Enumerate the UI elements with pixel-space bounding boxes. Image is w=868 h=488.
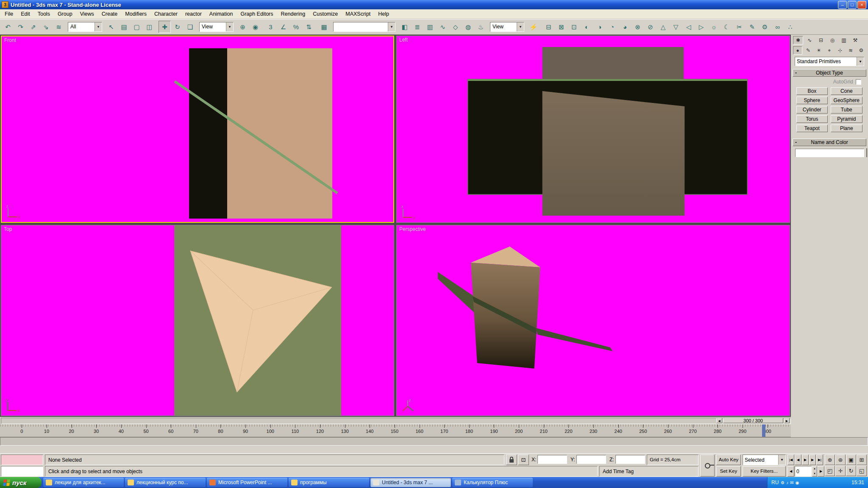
autogrid-checkbox[interactable] (856, 79, 861, 85)
cameras-category-icon[interactable]: ⌖ (825, 46, 834, 55)
pyramid-object-dark-face[interactable] (189, 48, 227, 219)
render-scene-icon[interactable]: ♨ (475, 21, 487, 33)
object-type-rollout-header[interactable]: - Object Type (793, 69, 866, 77)
display-tab-icon[interactable]: ▥ (839, 36, 849, 44)
object-type-button[interactable]: Plane (831, 125, 862, 132)
menu-item[interactable]: reactor (181, 10, 206, 18)
time-slider-handle[interactable]: 300 / 300 (723, 418, 783, 423)
object-type-button[interactable]: Teapot (796, 125, 828, 132)
zoom-extents-icon[interactable]: ▣ (846, 455, 856, 465)
select-and-link-icon[interactable]: ⇗ (27, 21, 39, 33)
start-button[interactable]: пуск (0, 477, 42, 488)
play-button[interactable]: ▶ (802, 455, 809, 465)
extra-tool-14-icon[interactable]: ☼ (708, 21, 720, 33)
zoom-extents-all-icon[interactable]: ⊞ (857, 455, 867, 465)
selection-filter-dropdown[interactable]: All ▼ (68, 22, 102, 32)
extra-tool-11-icon[interactable]: ▽ (670, 21, 682, 33)
bind-to-space-warp-icon[interactable]: ≋ (53, 21, 65, 33)
viewport-left[interactable]: Left z y (396, 36, 790, 223)
key-mode-dropdown[interactable]: Selected ▼ (743, 455, 786, 465)
helpers-category-icon[interactable]: ⊹ (835, 46, 845, 55)
systems-category-icon[interactable]: ⚙ (857, 46, 866, 55)
extra-tool-15-icon[interactable]: ☾ (721, 21, 733, 33)
taskbar-item[interactable]: Untitled - 3ds max 7 ... (370, 478, 451, 487)
auto-key-toggle[interactable]: Auto Key (716, 455, 741, 465)
menu-item[interactable]: Modifiers (121, 10, 150, 18)
object-type-button[interactable]: Torus (796, 115, 828, 123)
viewport-top[interactable]: Top y x (1, 225, 394, 416)
tray-mail-icon[interactable]: ✉ (790, 480, 793, 485)
tray-status-icon[interactable]: ◉ (796, 480, 799, 485)
extra-tool-17-icon[interactable]: ✎ (746, 21, 758, 33)
viewport-front[interactable]: Front z x (1, 36, 394, 223)
extra-tool-1-icon[interactable]: ⊟ (542, 21, 555, 33)
taskbar-item[interactable]: Калькулятор Плюс (452, 478, 533, 487)
shapes-category-icon[interactable]: ✎ (804, 46, 813, 55)
arc-rotate-icon[interactable]: ↻ (846, 466, 856, 476)
extra-tool-19-icon[interactable]: ∞ (771, 21, 784, 33)
hierarchy-tab-icon[interactable]: ⊟ (816, 36, 826, 44)
key-step-next-button[interactable]: ▶ (818, 466, 824, 477)
clock[interactable]: 15:31 (851, 480, 864, 485)
set-key-button[interactable]: Set Key (716, 466, 741, 477)
mirror-icon[interactable]: ◧ (398, 21, 411, 33)
name-and-color-rollout-header[interactable]: - Name and Color (793, 139, 866, 146)
current-frame-marker[interactable] (762, 424, 765, 437)
time-slider-track[interactable] (1, 418, 791, 424)
snap-toggle-icon[interactable]: 3 (264, 21, 277, 33)
absolute-offset-mode-toggle[interactable]: ⊡ (518, 455, 529, 465)
undo-icon[interactable]: ↶ (2, 21, 14, 33)
tray-volume-icon[interactable]: ♪ (786, 480, 788, 485)
extra-tool-3-icon[interactable]: ⊡ (568, 21, 580, 33)
zoom-icon[interactable]: ⊕ (825, 455, 835, 465)
maxscript-mini-listener-macro[interactable] (1, 455, 43, 465)
plane-object-right-wing[interactable] (536, 328, 613, 351)
object-name-input[interactable] (795, 149, 864, 157)
go-to-start-button[interactable]: |◀ (787, 455, 794, 465)
use-pivot-point-center-icon[interactable]: ⊕ (236, 21, 249, 33)
select-and-manipulate-icon[interactable]: ◉ (249, 21, 262, 33)
selection-lock-toggle[interactable] (506, 455, 517, 465)
object-type-button[interactable]: Tube (831, 106, 862, 114)
geometry-category-icon[interactable]: ● (793, 46, 802, 55)
create-tab-icon[interactable]: ✱ (793, 36, 803, 44)
maximize-viewport-toggle-icon[interactable]: ◱ (857, 466, 867, 476)
go-to-end-button[interactable]: ▶| (816, 455, 823, 465)
zoom-all-icon[interactable]: ⊛ (835, 455, 846, 465)
menu-item[interactable]: Help (374, 10, 393, 18)
layer-manager-icon[interactable]: ▥ (424, 21, 436, 33)
extra-tool-8-icon[interactable]: ⊗ (632, 21, 644, 33)
rectangular-selection-region-icon[interactable]: ▢ (131, 21, 143, 33)
pyramid-object-lit-face[interactable] (227, 48, 332, 219)
utilities-tab-icon[interactable]: ⚒ (850, 36, 860, 44)
select-and-move-icon[interactable]: ✚ (159, 21, 171, 33)
menu-item[interactable]: Rendering (277, 10, 309, 18)
menu-item[interactable]: MAXScript (342, 10, 374, 18)
primitives-category-dropdown[interactable]: Standard Primitives ▼ (795, 57, 864, 66)
extra-tool-16-icon[interactable]: ✂ (733, 21, 746, 33)
set-keys-button[interactable] (700, 455, 715, 477)
viewport-label[interactable]: Left (399, 37, 408, 43)
extra-tool-13-icon[interactable]: ▷ (695, 21, 707, 33)
language-indicator[interactable]: RU (771, 480, 779, 485)
unlink-selection-icon[interactable]: ⇘ (40, 21, 52, 33)
zoom-region-icon[interactable]: ◰ (825, 466, 835, 476)
pyramid-object-top[interactable] (542, 47, 684, 80)
minimize-button[interactable]: – (838, 1, 847, 9)
extra-tool-20-icon[interactable]: ∴ (784, 21, 796, 33)
select-by-name-icon[interactable]: ▤ (118, 21, 130, 33)
material-editor-icon[interactable]: ◍ (462, 21, 474, 33)
extra-tool-4-icon[interactable]: ◐ (581, 21, 593, 33)
menu-item[interactable]: Animation (206, 10, 237, 18)
maximize-button[interactable]: □ (848, 1, 857, 9)
next-frame-button[interactable]: ▶ (809, 455, 816, 465)
quick-render-icon[interactable]: ⚡ (527, 21, 540, 33)
taskbar-item[interactable]: Microsoft PowerPoint ... (207, 478, 287, 487)
z-coordinate-field[interactable] (615, 455, 645, 464)
menu-item[interactable]: Tools (34, 10, 54, 18)
track-bar[interactable] (0, 437, 868, 446)
motion-tab-icon[interactable]: ◎ (827, 36, 837, 44)
taskbar-item[interactable]: лекционный курс по... (125, 478, 206, 487)
window-crossing-icon[interactable]: ◫ (143, 21, 156, 33)
select-and-rotate-icon[interactable]: ↻ (171, 21, 184, 33)
